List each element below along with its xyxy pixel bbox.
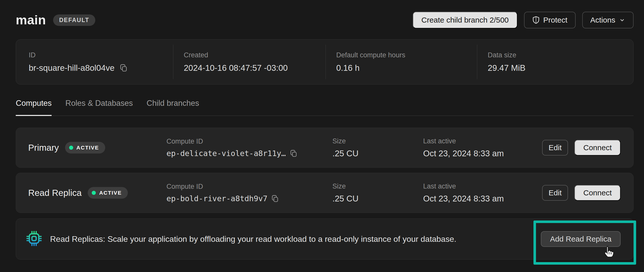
status-badge: ACTIVE [65, 142, 105, 154]
last-active-value: Oct 23, 2024 8:33 am [423, 149, 542, 158]
created-label: Created [184, 51, 326, 59]
branch-info-card: ID br-square-hill-a8ol04ve Created 2024-… [16, 39, 634, 84]
size-value: .25 CU [332, 149, 423, 158]
last-active-label: Last active [423, 137, 542, 145]
status-text: ACTIVE [76, 145, 99, 151]
branch-id-label: ID [29, 51, 173, 59]
tab-roles-databases[interactable]: Roles & Databases [65, 99, 133, 115]
tab-computes[interactable]: Computes [16, 99, 52, 116]
compute-name: Read Replica [28, 188, 82, 198]
header-actions: Create child branch 2/500 Protect Action… [413, 12, 634, 28]
page-title: main [16, 13, 46, 27]
copy-icon[interactable] [271, 194, 279, 203]
title-wrap: main DEFAULT [16, 13, 95, 27]
read-replica-banner: Read Replicas: Scale your application by… [16, 218, 634, 260]
shield-icon [532, 16, 540, 24]
status-badge: ACTIVE [88, 187, 128, 199]
data-size-label: Data size [488, 51, 633, 59]
copy-icon[interactable] [119, 63, 128, 73]
protect-button-label: Protect [543, 16, 568, 24]
compute-hours-cell: Default compute hours 0.16 h [326, 40, 477, 84]
actions-button[interactable]: Actions [582, 12, 634, 28]
compute-row-read-replica: Read Replica ACTIVE Compute ID ep-bold-r… [16, 173, 634, 213]
last-active-label: Last active [423, 182, 542, 190]
actions-button-label: Actions [590, 16, 615, 24]
branch-created-cell: Created 2024-10-16 08:47:57 -03:00 [173, 40, 326, 84]
cpu-chip-icon [26, 230, 42, 248]
compute-name: Primary [28, 143, 59, 153]
protect-button[interactable]: Protect [524, 12, 576, 28]
add-read-replica-button[interactable]: Add Read Replica [541, 231, 621, 247]
compute-id-label: Compute ID [166, 183, 332, 191]
compute-hours-value: 0.16 h [336, 63, 477, 73]
compute-hours-label: Default compute hours [336, 51, 477, 59]
branch-page: main DEFAULT Create child branch 2/500 P… [16, 0, 634, 260]
compute-id-value: ep-delicate-violet-a8r11y… [166, 149, 286, 158]
compute-id-value: ep-bold-river-a8tdh9v7 [166, 194, 267, 203]
tab-child-branches[interactable]: Child branches [147, 99, 199, 115]
status-text: ACTIVE [99, 190, 122, 196]
size-label: Size [332, 182, 423, 190]
connect-button[interactable]: Connect [574, 185, 621, 201]
size-label: Size [332, 137, 423, 145]
compute-id-label: Compute ID [166, 138, 332, 145]
tab-bar: Computes Roles & Databases Child branche… [16, 99, 634, 116]
data-size-value: 29.47 MiB [488, 63, 633, 73]
default-badge: DEFAULT [53, 14, 95, 26]
size-value: .25 CU [332, 194, 423, 203]
branch-id-cell: ID br-square-hill-a8ol04ve [16, 40, 173, 84]
last-active-value: Oct 23, 2024 8:33 am [423, 194, 542, 203]
chevron-down-icon [619, 17, 625, 23]
edit-button[interactable]: Edit [542, 140, 568, 156]
read-replica-description: Read Replicas: Scale your application by… [50, 234, 541, 244]
create-child-branch-button[interactable]: Create child branch 2/500 [413, 12, 517, 28]
created-value: 2024-10-16 08:47:57 -03:00 [184, 63, 326, 73]
compute-row-primary: Primary ACTIVE Compute ID ep-delicate-vi… [16, 128, 634, 168]
page-header: main DEFAULT Create child branch 2/500 P… [16, 12, 634, 28]
status-dot-icon [69, 146, 73, 150]
copy-icon[interactable] [289, 149, 298, 158]
status-dot-icon [92, 191, 96, 195]
edit-button[interactable]: Edit [542, 185, 568, 201]
data-size-cell: Data size 29.47 MiB [477, 40, 633, 84]
branch-id-value: br-square-hill-a8ol04ve [29, 63, 115, 73]
connect-button[interactable]: Connect [574, 140, 621, 156]
